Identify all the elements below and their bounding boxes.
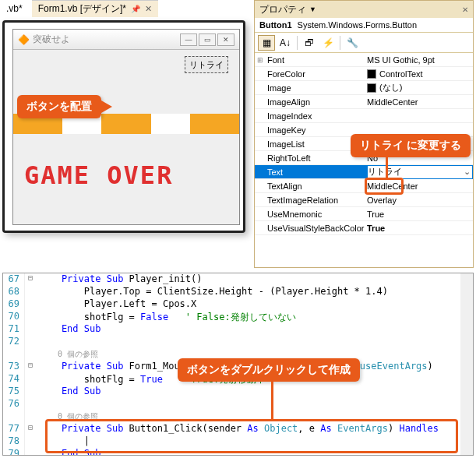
property-name: UseMnemonic [266, 210, 367, 219]
property-name: Text [266, 167, 367, 177]
property-value[interactable]: True [367, 210, 473, 219]
color-swatch-icon [367, 83, 376, 93]
property-name: ImageKey [266, 125, 367, 135]
tab-label: Form1.vb [デザイン]* [38, 2, 126, 16]
code-line[interactable]: 70 shotFlg = False ' False:発射していない [3, 311, 473, 323]
code-text [36, 336, 39, 348]
callout-double-click: ボタンをダブルクリックして作成 [178, 358, 360, 382]
property-value[interactable]: MiddleCenter [367, 97, 473, 107]
fold-icon[interactable] [25, 373, 36, 386]
property-row[interactable]: ForeColorControlText [255, 67, 473, 81]
property-pages-icon[interactable]: 🔧 [344, 35, 361, 51]
close-icon[interactable]: ✕ [145, 4, 152, 14]
minimize-icon[interactable]: — [180, 33, 197, 46]
editor-tabs: .vb* Form1.vb [デザイン]* 📌 ✕ [0, 0, 158, 17]
events-icon[interactable]: ⚡ [319, 35, 337, 51]
pin-icon[interactable]: 📌 [131, 5, 140, 13]
highlight-new-sub [45, 419, 458, 453]
tab-designer[interactable]: Form1.vb [デザイン]* 📌 ✕ [32, 0, 158, 17]
code-line[interactable]: 72 [3, 336, 473, 348]
code-text: End Sub [36, 323, 100, 336]
fold-icon[interactable] [25, 311, 36, 323]
code-text: End Sub [36, 386, 100, 398]
property-row[interactable]: TextAlignMiddleCenter [255, 179, 473, 193]
property-row[interactable]: TextImageRelationOverlay [255, 193, 473, 207]
code-text: Player.Left = Cpos.X [36, 298, 196, 311]
fold-icon[interactable]: ⊟ [25, 361, 36, 373]
color-swatch-icon [367, 69, 376, 79]
code-text: Player.Top = ClientSize.Height - (Player… [36, 286, 388, 298]
property-row[interactable]: ⊞FontMS UI Gothic, 9pt [255, 53, 473, 67]
line-number: 78 [3, 435, 25, 448]
code-line[interactable]: 71 End Sub [3, 323, 473, 336]
property-name: TextImageRelation [266, 196, 367, 205]
property-value[interactable]: True [367, 224, 473, 233]
maximize-icon[interactable]: ▭ [199, 33, 216, 46]
properties-title: プロパティ ▼ ✕ [255, 1, 473, 18]
code-line[interactable]: 69 Player.Left = Cpos.X [3, 298, 473, 311]
code-text: Private Sub Player_init() [36, 273, 203, 286]
fold-icon[interactable] [25, 298, 36, 311]
line-number: 71 [3, 323, 25, 336]
property-row[interactable]: Image(なし) [255, 81, 473, 95]
properties-icon[interactable]: 🗗 [301, 35, 318, 51]
property-name: UseVisualStyleBackColor [266, 224, 367, 233]
property-name: ImageAlign [266, 97, 367, 107]
line-number: 70 [3, 311, 25, 323]
panel-close-icon[interactable]: ✕ [462, 5, 468, 14]
property-value[interactable]: ControlText [367, 69, 473, 79]
code-line[interactable]: 76 [3, 398, 473, 410]
properties-object[interactable]: Button1 System.Windows.Forms.Button [255, 18, 473, 33]
fold-icon[interactable] [25, 398, 36, 410]
fold-icon[interactable] [25, 323, 36, 336]
fold-icon[interactable] [25, 286, 36, 298]
form-titlebar: 🔶 突破せよ — ▭ ✕ [13, 30, 239, 50]
alphabetical-icon[interactable]: A↓ [277, 35, 294, 51]
dropdown-icon[interactable]: ▼ [309, 5, 316, 13]
fold-icon[interactable]: ⊟ [25, 273, 36, 286]
line-number: 68 [3, 286, 25, 298]
fold-icon[interactable] [25, 448, 36, 456]
fold-icon[interactable] [25, 386, 36, 398]
tab-vb-file[interactable]: .vb* [0, 2, 29, 16]
line-number: 67 [3, 273, 25, 286]
property-value[interactable]: Overlay [367, 196, 473, 205]
dropdown-icon[interactable]: ⌄ [461, 167, 472, 177]
close-window-icon[interactable]: ✕ [217, 33, 234, 46]
form-designer: 🔶 突破せよ — ▭ ✕ リトライ GAME OVER [2, 20, 245, 233]
code-line[interactable]: 67⊟ Private Sub Player_init() [3, 273, 473, 286]
fold-icon[interactable] [25, 348, 36, 361]
code-text: shotFlg = False ' False:発射していない [36, 311, 296, 323]
categorized-icon[interactable]: ▦ [258, 35, 275, 51]
property-name: Image [266, 83, 367, 93]
line-number [3, 410, 25, 423]
fold-icon[interactable] [25, 336, 36, 348]
code-line[interactable]: 68 Player.Top = ClientSize.Height - (Pla… [3, 286, 473, 298]
property-row[interactable]: UseMnemonicTrue [255, 207, 473, 221]
line-number: 75 [3, 386, 25, 398]
fold-icon[interactable] [25, 410, 36, 423]
property-row[interactable]: ImageAlignMiddleCenter [255, 95, 473, 109]
line-number: 74 [3, 373, 25, 386]
property-row[interactable]: UseVisualStyleBackColorTrue [255, 221, 473, 235]
callout-change-text: リトライ に変更する [351, 134, 471, 157]
property-value[interactable]: MS UI Gothic, 9pt [367, 55, 473, 65]
property-row[interactable]: ImageIndex [255, 109, 473, 123]
fold-icon[interactable]: ⊟ [25, 423, 36, 435]
line-number: 72 [3, 336, 25, 348]
code-line[interactable]: 75 End Sub [3, 386, 473, 398]
vertical-scrollbar[interactable] [460, 273, 473, 455]
property-name: Font [266, 55, 367, 65]
expand-icon[interactable]: ⊞ [255, 56, 266, 64]
line-number: 77 [3, 423, 25, 435]
line-number: 69 [3, 298, 25, 311]
form-title-text: 突破せよ [33, 33, 70, 46]
property-value[interactable]: (なし) [367, 82, 473, 93]
form-window[interactable]: 🔶 突破せよ — ▭ ✕ リトライ GAME OVER [12, 29, 240, 225]
property-name: TextAlign [266, 181, 367, 191]
property-value[interactable]: リトライ⌄ [367, 165, 473, 179]
fold-icon[interactable] [25, 435, 36, 448]
property-row[interactable]: Textリトライ⌄ [255, 165, 473, 179]
retry-button[interactable]: リトライ [185, 56, 228, 73]
line-number: 73 [3, 361, 25, 373]
